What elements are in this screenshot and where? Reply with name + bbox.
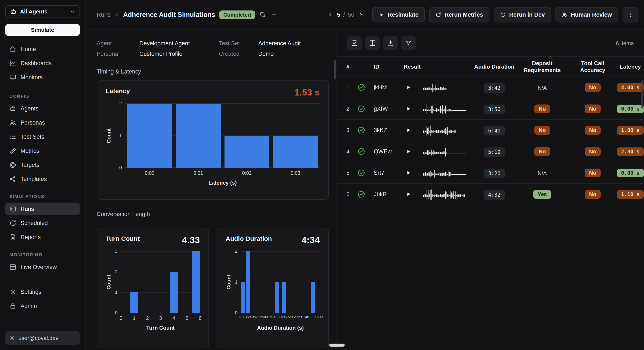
tool-call-accuracy-value: No [585, 147, 600, 156]
gridline [121, 272, 200, 272]
column-header-result[interactable]: Result [404, 63, 473, 70]
play-audio-button[interactable] [404, 83, 413, 92]
audio-duration-chart-plot: 0123:073:243:413:584:154:324:495:065:235… [241, 251, 320, 313]
user-chip[interactable]: user@coval.dev [5, 331, 80, 345]
y-tick-label: 1 [235, 279, 238, 285]
table-row[interactable]: 4 QWEw 5:19 No No 2.30 s [337, 141, 644, 162]
human-review-button[interactable]: Human Review [556, 7, 618, 22]
sidebar-item-runs[interactable]: Runs [5, 203, 80, 215]
histogram-bar [224, 136, 269, 168]
audio-waveform[interactable] [423, 188, 473, 201]
x-tick-label: 4 [172, 315, 175, 321]
results-table-panel: 6 items # ID Result Audio Duration Depos… [337, 30, 644, 350]
table-row[interactable]: 5 Srt7 3:20 N/A No 0.00 s [337, 162, 644, 184]
x-tick-label: 5:57 [310, 315, 316, 319]
copy-icon [260, 12, 266, 17]
topbar-actions: 5 / 50 Resimulate Rerun Metrics Rerun in… [327, 7, 638, 22]
simulate-button[interactable]: Simulate [5, 24, 80, 36]
plus-icon [271, 12, 277, 17]
y-tick-label: 0 [235, 310, 238, 316]
next-page-button[interactable] [357, 11, 364, 18]
copy-run-button[interactable] [259, 11, 266, 18]
histogram-bar [246, 251, 250, 313]
meta-label-persona: Persona [97, 51, 140, 57]
table-row[interactable]: 3 3kKZ 6:40 No No 1.80 s [337, 120, 644, 141]
agent-selector[interactable]: All Agents [5, 5, 80, 18]
monitor-icon [10, 74, 16, 81]
section-conversation-label: Conversation Length [97, 211, 329, 218]
status-badge: Completed [219, 10, 255, 19]
sidebar-item-test-sets[interactable]: Test Sets [5, 130, 80, 143]
row-id: JbkR [374, 191, 404, 198]
turn-count-card-title: Turn Count [106, 235, 140, 242]
sidebar-item-monitors[interactable]: Monitors [5, 71, 80, 84]
sidebar-item-label: Targets [20, 162, 40, 168]
breadcrumb-runs[interactable]: Runs [97, 11, 110, 18]
topbar: Runs Adherence Audit Simulations Complet… [86, 0, 644, 30]
more-options-button[interactable] [622, 7, 638, 22]
sidebar-item-dashboards[interactable]: Dashboards [5, 57, 80, 70]
gridline [121, 251, 200, 252]
tool-call-accuracy-value: No [585, 104, 600, 113]
sidebar-item-targets[interactable]: Targets [5, 159, 80, 171]
rerun-in-dev-label: Rerun in Dev [509, 11, 545, 18]
table-row[interactable]: 2 gXfW 3:50 No No 0.00 s [337, 98, 644, 120]
panel-resize-handle[interactable] [329, 344, 345, 347]
play-audio-button[interactable] [404, 147, 413, 156]
sidebar-item-metrics[interactable]: Metrics [5, 144, 80, 157]
table-scrollbar-thumb[interactable] [642, 80, 643, 108]
x-tick-label: 3 [159, 315, 162, 321]
x-tick-label: 4:15 [266, 315, 273, 319]
sidebar-item-templates[interactable]: Templates [5, 173, 80, 185]
sidebar-item-reports[interactable]: Reports [5, 231, 80, 244]
play-audio-button[interactable] [404, 190, 413, 199]
left-panel-scrollbar-thumb[interactable] [334, 60, 336, 79]
sidebar-section-config: CONFIG [10, 94, 80, 99]
report-icon [10, 234, 16, 241]
audio-waveform[interactable] [423, 124, 473, 137]
table-body: 1 jkHM 3:42 N/A No 4.00 s 2 gXfW 3:50 No… [337, 77, 644, 205]
resimulate-button[interactable]: Resimulate [372, 7, 425, 22]
page-separator: / [344, 11, 345, 18]
sidebar-item-settings[interactable]: Settings [5, 286, 80, 298]
download-button[interactable] [383, 36, 398, 50]
meta-value-agent: Development Agent ... [140, 40, 219, 47]
sidebar-item-home[interactable]: Home [5, 43, 80, 55]
select-button[interactable] [347, 36, 362, 50]
play-audio-button[interactable] [404, 125, 413, 135]
column-header-id[interactable]: ID [374, 63, 404, 70]
column-header-deposit-requirements[interactable]: Deposit Requirements [522, 60, 563, 74]
grid-icon [10, 264, 16, 271]
sidebar-item-personas[interactable]: Personas [5, 116, 80, 129]
audio-waveform[interactable] [423, 145, 473, 158]
table-row[interactable]: 6 JbkR 4:32 Yes No 1.10 s [337, 184, 644, 205]
column-header-tool-call-accuracy[interactable]: Tool Call Accuracy [576, 60, 610, 74]
items-count: 6 items [616, 40, 634, 46]
audio-duration-card: Audio Duration 4:34 Count 0123:073:243:4… [216, 228, 329, 348]
columns-button[interactable] [365, 36, 380, 50]
sidebar-item-agents[interactable]: Agents [5, 102, 80, 115]
sidebar-item-label: Agents [20, 105, 38, 112]
rerun-metrics-button[interactable]: Rerun Metrics [429, 7, 490, 22]
table-row[interactable]: 1 jkHM 3:42 N/A No 4.00 s [337, 77, 644, 98]
sidebar-item-admin[interactable]: Admin [5, 300, 80, 312]
audio-waveform[interactable] [423, 102, 473, 115]
play-icon [406, 84, 411, 90]
filter-button[interactable] [401, 36, 416, 50]
sidebar-item-scheduled[interactable]: Scheduled [5, 217, 80, 230]
audio-waveform[interactable] [423, 166, 473, 179]
histogram-bar [282, 282, 286, 313]
prev-page-button[interactable] [327, 11, 334, 18]
play-audio-button[interactable] [404, 104, 413, 113]
play-audio-button[interactable] [404, 168, 413, 178]
add-run-button[interactable] [270, 11, 278, 18]
sidebar-item-label: Personas [20, 119, 45, 126]
sidebar-item-live-overview[interactable]: Live Overview [5, 261, 80, 274]
column-header-audio-duration[interactable]: Audio Duration [474, 63, 514, 70]
column-header-latency[interactable]: Latency [620, 63, 641, 70]
audio-duration-value: 3:50 [484, 105, 505, 114]
column-header-number[interactable]: # [337, 63, 358, 70]
rerun-in-dev-button[interactable]: Rerun in Dev [494, 7, 551, 22]
audio-waveform[interactable] [423, 81, 473, 94]
y-tick-label: 0 [119, 165, 122, 171]
